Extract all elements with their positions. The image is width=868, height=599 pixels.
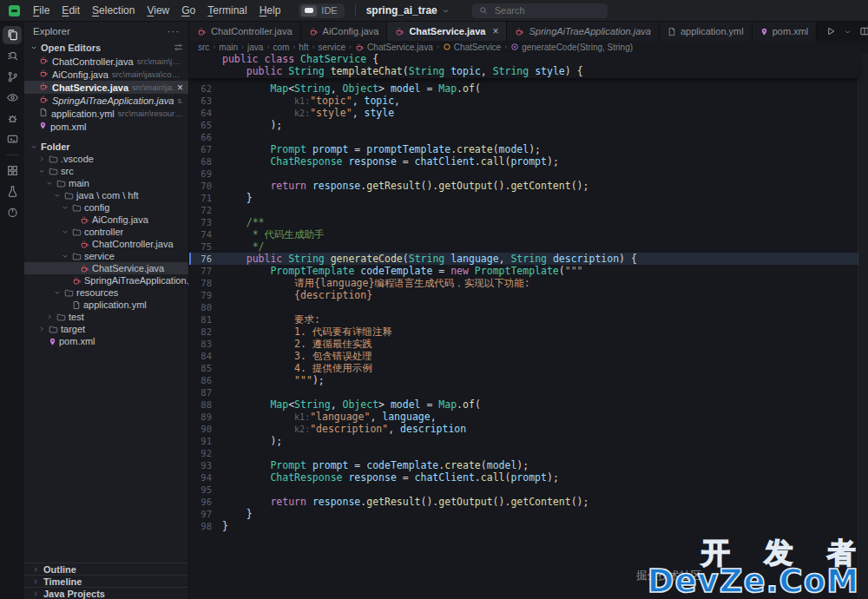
code-line[interactable]: 73 /** bbox=[189, 216, 858, 228]
code-line[interactable]: 96 return response.getResult().getOutput… bbox=[189, 496, 858, 508]
tree-item-service[interactable]: service bbox=[24, 250, 188, 262]
global-search[interactable] bbox=[472, 3, 608, 18]
code-line[interactable]: 66 bbox=[189, 131, 858, 143]
code-line[interactable]: 84 3. 包含错误处理 bbox=[189, 350, 858, 362]
menu-edit[interactable]: Edit bbox=[56, 3, 86, 18]
line-number[interactable]: 90 bbox=[189, 423, 212, 435]
tree-item-.vscode[interactable]: .vscode bbox=[24, 153, 188, 165]
code-line[interactable]: 90 k2:"description", description bbox=[189, 423, 858, 435]
editor-scrollbar[interactable] bbox=[858, 53, 868, 599]
files-icon[interactable] bbox=[3, 26, 22, 44]
tab-chatcontroller.java[interactable]: ChatController.java bbox=[189, 22, 301, 41]
line-number[interactable] bbox=[189, 53, 212, 65]
tab-aiconfig.java[interactable]: AiConfig.java bbox=[301, 22, 388, 41]
tree-item-main[interactable]: main bbox=[24, 177, 188, 189]
menu-file[interactable]: File bbox=[27, 3, 56, 18]
line-number[interactable]: 66 bbox=[189, 131, 212, 143]
line-number[interactable]: 97 bbox=[189, 508, 212, 520]
code-line[interactable]: 65 ); bbox=[189, 119, 858, 131]
code-line[interactable]: 93 Prompt prompt = codeTemplate.create(m… bbox=[189, 459, 858, 471]
code-line[interactable]: 98} bbox=[189, 520, 858, 532]
tree-item-target[interactable]: target bbox=[24, 323, 188, 335]
tree-item-controller[interactable]: controller bbox=[24, 226, 188, 238]
code-line[interactable]: 79 {description} bbox=[189, 289, 858, 301]
code-line[interactable]: 62 Map<String, Object> model = Map.of( bbox=[189, 82, 858, 95]
line-number[interactable]: 92 bbox=[189, 447, 212, 459]
extensions-icon[interactable] bbox=[3, 161, 22, 180]
code-line[interactable]: 69 bbox=[189, 168, 858, 180]
line-number[interactable]: 86 bbox=[189, 374, 212, 386]
open-editor-item[interactable]: application.ymlsrc\main\resources bbox=[24, 107, 188, 120]
search-icon[interactable] bbox=[3, 47, 22, 65]
line-number[interactable]: 93 bbox=[189, 459, 212, 471]
line-number[interactable]: 70 bbox=[189, 180, 212, 192]
line-number[interactable]: 64 bbox=[189, 107, 212, 119]
code-line[interactable]: 81 要求: bbox=[189, 313, 858, 326]
tree-item-pom.xml[interactable]: pom.xml bbox=[24, 335, 188, 347]
code-line[interactable]: 71 } bbox=[189, 192, 858, 204]
tree-item-springaitraeapplication.java[interactable]: SpringAiTraeApplication.java bbox=[24, 274, 188, 286]
code-line[interactable]: 78 请用{language}编程语言生成代码，实现以下功能: bbox=[189, 277, 858, 289]
line-number[interactable]: 98 bbox=[189, 520, 212, 532]
project-switcher[interactable]: spring_ai_trae bbox=[366, 4, 450, 16]
split-editor-icon[interactable] bbox=[859, 26, 868, 36]
tree-item-src[interactable]: src bbox=[24, 165, 188, 177]
line-number[interactable] bbox=[189, 65, 212, 77]
line-number[interactable]: 76 bbox=[189, 253, 212, 265]
line-number[interactable]: 63 bbox=[189, 95, 212, 107]
code-line[interactable]: 75 */ bbox=[189, 240, 858, 253]
menu-go[interactable]: Go bbox=[175, 3, 201, 18]
code-line[interactable]: 89 k1:"language", language, bbox=[189, 411, 858, 423]
code-line[interactable]: 76 public String generateCode(String lan… bbox=[189, 253, 858, 265]
line-number[interactable]: 77 bbox=[189, 265, 212, 277]
power-icon[interactable] bbox=[3, 203, 22, 221]
section-outline[interactable]: Outline bbox=[24, 563, 188, 575]
close-icon[interactable]: × bbox=[174, 82, 183, 94]
open-editor-item[interactable]: AiConfig.javasrc\main\java\com\hft\co... bbox=[24, 68, 188, 81]
line-number[interactable]: 73 bbox=[189, 216, 212, 228]
code-line[interactable]: 85 4. 提供使用示例 bbox=[189, 362, 858, 374]
code-line[interactable]: 87 bbox=[189, 386, 858, 398]
open-editor-item[interactable]: pom.xml bbox=[24, 120, 188, 133]
eye-icon[interactable] bbox=[3, 89, 22, 107]
code-line[interactable]: 70 return response.getResult().getOutput… bbox=[189, 180, 858, 192]
line-number[interactable]: 69 bbox=[189, 168, 212, 180]
sticky-code-line[interactable]: public String templateChat(String topic,… bbox=[189, 65, 858, 77]
bug-icon[interactable] bbox=[3, 109, 22, 128]
line-number[interactable]: 87 bbox=[189, 386, 212, 398]
code-line[interactable]: 77 PromptTemplate codeTemplate = new Pro… bbox=[189, 265, 858, 277]
more-actions-icon[interactable]: ··· bbox=[168, 26, 181, 36]
tree-item-aiconfig.java[interactable]: AiConfig.java bbox=[24, 214, 188, 226]
tree-item-config[interactable]: config bbox=[24, 201, 188, 214]
breadcrumb-item[interactable]: ChatService bbox=[443, 43, 501, 52]
menu-help[interactable]: Help bbox=[253, 3, 287, 18]
section-java-projects[interactable]: Java Projects bbox=[24, 587, 188, 599]
open-editor-item[interactable]: ChatService.javasrc\main\java\com\hft...… bbox=[24, 81, 188, 94]
open-editor-item[interactable]: SpringAiTraeApplication.javasrc\main\... bbox=[24, 94, 188, 107]
line-number[interactable]: 67 bbox=[189, 143, 212, 155]
breadcrumb-item[interactable]: src bbox=[198, 43, 209, 52]
tree-item-resources[interactable]: resources bbox=[24, 286, 188, 299]
line-number[interactable]: 62 bbox=[189, 82, 212, 95]
run-icon[interactable] bbox=[825, 26, 836, 36]
close-icon[interactable]: × bbox=[492, 25, 498, 37]
code-line[interactable]: 68 ChatResponse response = chatClient.ca… bbox=[189, 155, 858, 168]
line-number[interactable]: 71 bbox=[189, 192, 212, 204]
menu-view[interactable]: View bbox=[141, 3, 175, 18]
line-number[interactable]: 95 bbox=[189, 484, 212, 496]
code-line[interactable]: 86 """); bbox=[189, 374, 858, 386]
code-line[interactable]: 63 k1:"topic", topic, bbox=[189, 95, 858, 107]
search-input[interactable] bbox=[493, 4, 583, 16]
line-number[interactable]: 96 bbox=[189, 496, 212, 508]
code-line[interactable]: 72 bbox=[189, 204, 858, 216]
filter-icon[interactable] bbox=[174, 43, 183, 52]
line-number[interactable]: 89 bbox=[189, 411, 212, 423]
tab-application.yml[interactable]: application.yml bbox=[660, 22, 753, 41]
line-number[interactable]: 94 bbox=[189, 471, 212, 484]
section-timeline[interactable]: Timeline bbox=[24, 575, 188, 587]
open-editor-item[interactable]: ChatController.javasrc\main\java\com\... bbox=[24, 55, 188, 68]
sticky-code-line[interactable]: public class ChatService { bbox=[189, 53, 858, 65]
app-logo-icon[interactable] bbox=[9, 5, 20, 16]
line-number[interactable]: 79 bbox=[189, 289, 212, 301]
line-number[interactable]: 91 bbox=[189, 435, 212, 447]
